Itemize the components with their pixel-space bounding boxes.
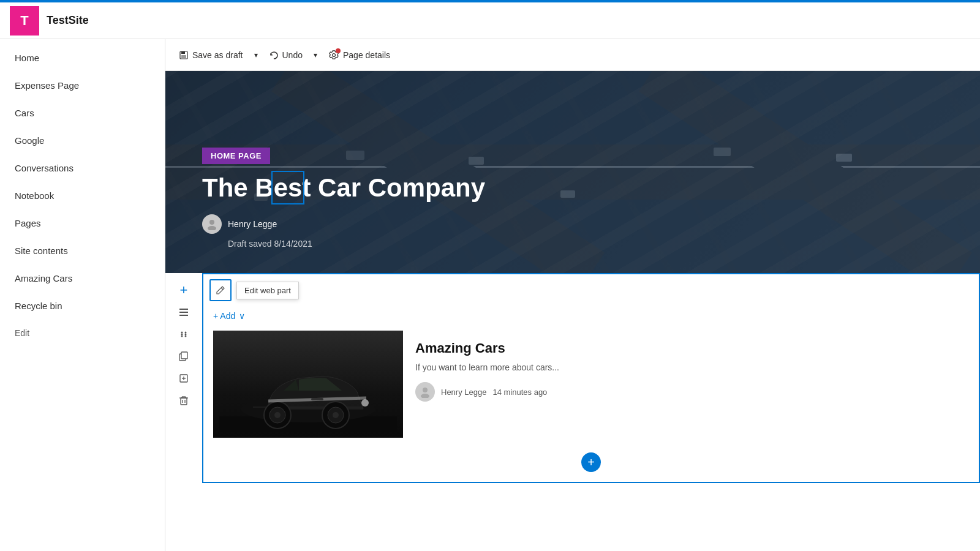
sidebar-item-site-contents[interactable]: Site contents <box>0 237 165 264</box>
svg-point-20 <box>181 332 183 334</box>
svg-rect-2 <box>181 55 186 58</box>
svg-rect-17 <box>179 309 188 310</box>
sidebar-item-conversations[interactable]: Conversations <box>0 154 165 182</box>
sidebar: Home Expenses Page Cars Google Conversat… <box>0 39 165 551</box>
webpart-main-content: Edit web part + Add ∨ <box>202 273 980 483</box>
hero-section: HOME PAGE The Best Car Company Henry Leg… <box>165 71 980 273</box>
main-layout: Home Expenses Page Cars Google Conversat… <box>0 39 980 551</box>
article-avatar-icon <box>419 386 431 398</box>
copy-webpart-icon[interactable] <box>174 347 194 366</box>
pencil-icon <box>216 285 225 295</box>
hero-draft-status: Draft saved 8/14/2021 <box>228 239 485 249</box>
svg-rect-1 <box>181 51 185 54</box>
article-description: If you want to learn more about cars... <box>415 362 957 372</box>
svg-point-15 <box>209 220 214 225</box>
sidebar-item-expenses-page[interactable]: Expenses Page <box>0 72 165 99</box>
svg-point-21 <box>185 332 187 334</box>
save-icon <box>179 50 189 60</box>
svg-rect-27 <box>181 352 187 359</box>
add-label: + Add <box>213 311 235 321</box>
hero-author-name: Henry Legge <box>228 219 277 229</box>
top-bar: T TestSite <box>0 2 980 39</box>
sidebar-item-notebook[interactable]: Notebook <box>0 182 165 209</box>
undo-button[interactable]: Undo <box>263 47 309 64</box>
save-as-draft-button[interactable]: Save as draft <box>173 47 249 64</box>
site-title: TestSite <box>47 14 89 27</box>
edit-webpart-label: Edit web part <box>236 282 299 299</box>
classic-car-svg <box>219 337 397 432</box>
avatar-icon <box>206 218 218 230</box>
svg-point-25 <box>185 334 187 335</box>
add-section-icon[interactable]: + <box>174 280 194 300</box>
webpart-left-tools: + <box>165 273 202 483</box>
svg-rect-19 <box>179 315 188 316</box>
sidebar-item-pages[interactable]: Pages <box>0 209 165 237</box>
site-logo[interactable]: T <box>10 6 39 36</box>
svg-point-51 <box>421 394 429 398</box>
undo-dropdown-button[interactable]: ▾ <box>311 47 320 63</box>
page-details-label: Page details <box>343 50 390 60</box>
svg-point-22 <box>181 335 183 337</box>
article-title: Amazing Cars <box>415 340 957 356</box>
article-author-name: Henry Legge <box>441 388 486 397</box>
svg-point-48 <box>361 399 369 407</box>
move-webpart-icon[interactable] <box>174 302 194 322</box>
hero-title: The Best Car Company <box>202 174 485 202</box>
svg-rect-31 <box>181 398 187 405</box>
svg-rect-49 <box>311 398 323 400</box>
hero-avatar <box>202 214 222 234</box>
article-author-row: Henry Legge 14 minutes ago <box>415 382 957 402</box>
hero-title-part1: The B <box>202 173 274 202</box>
add-row[interactable]: + Add ∨ <box>203 306 979 326</box>
delete-webpart-icon[interactable] <box>174 391 194 410</box>
svg-point-24 <box>181 334 183 335</box>
save-as-draft-label: Save as draft <box>192 50 243 60</box>
svg-rect-18 <box>179 312 188 313</box>
sidebar-item-home[interactable]: Home <box>0 44 165 72</box>
webpart-edit-toolbar: Edit web part <box>203 274 979 306</box>
add-below-button[interactable]: + <box>581 452 601 472</box>
page-content: HOME PAGE The Best Car Company Henry Leg… <box>165 71 980 551</box>
sidebar-item-google[interactable]: Google <box>0 127 165 154</box>
page-details-icon-wrapper <box>328 50 339 61</box>
car-image-background <box>213 331 403 438</box>
article-info: Amazing Cars If you want to learn more a… <box>403 331 969 438</box>
page-details-button[interactable]: Page details <box>322 46 396 64</box>
hero-badge: HOME PAGE <box>202 148 270 164</box>
page-details-notification-dot <box>336 48 341 53</box>
duplicate-webpart-icon[interactable] <box>174 369 194 388</box>
content-area: Save as draft ▾ Undo ▾ <box>165 39 980 551</box>
svg-point-47 <box>274 412 281 418</box>
article-time-ago: 14 minutes ago <box>492 388 547 397</box>
drag-webpart-icon[interactable] <box>174 324 194 344</box>
svg-point-16 <box>208 226 216 230</box>
svg-point-44 <box>333 412 339 418</box>
svg-point-3 <box>332 53 335 56</box>
undo-icon <box>269 50 279 60</box>
article-author-avatar <box>415 382 435 402</box>
save-draft-dropdown-button[interactable]: ▾ <box>252 47 260 63</box>
hero-author-row: Henry Legge <box>202 214 485 234</box>
article-image <box>213 331 403 438</box>
article-card: Amazing Cars If you want to learn more a… <box>213 331 969 438</box>
undo-label: Undo <box>282 50 303 60</box>
sidebar-item-edit[interactable]: Edit <box>0 320 165 347</box>
sidebar-item-amazing-cars[interactable]: Amazing Cars <box>0 264 165 292</box>
hero-title-highlight: es <box>274 173 303 202</box>
sidebar-item-recycle-bin[interactable]: Recycle bin <box>0 292 165 320</box>
webpart-section: + <box>165 273 980 483</box>
edit-webpart-button[interactable] <box>209 279 232 301</box>
sidebar-item-cars[interactable]: Cars <box>0 99 165 127</box>
hero-content: HOME PAGE The Best Car Company Henry Leg… <box>202 148 485 249</box>
add-below-wrapper: + <box>203 443 979 482</box>
svg-point-23 <box>185 335 187 337</box>
toolbar: Save as draft ▾ Undo ▾ <box>165 39 980 71</box>
add-chevron: ∨ <box>239 311 245 321</box>
svg-line-38 <box>221 288 223 290</box>
svg-point-50 <box>423 388 428 392</box>
hero-title-part2: t Car Company <box>302 173 485 202</box>
